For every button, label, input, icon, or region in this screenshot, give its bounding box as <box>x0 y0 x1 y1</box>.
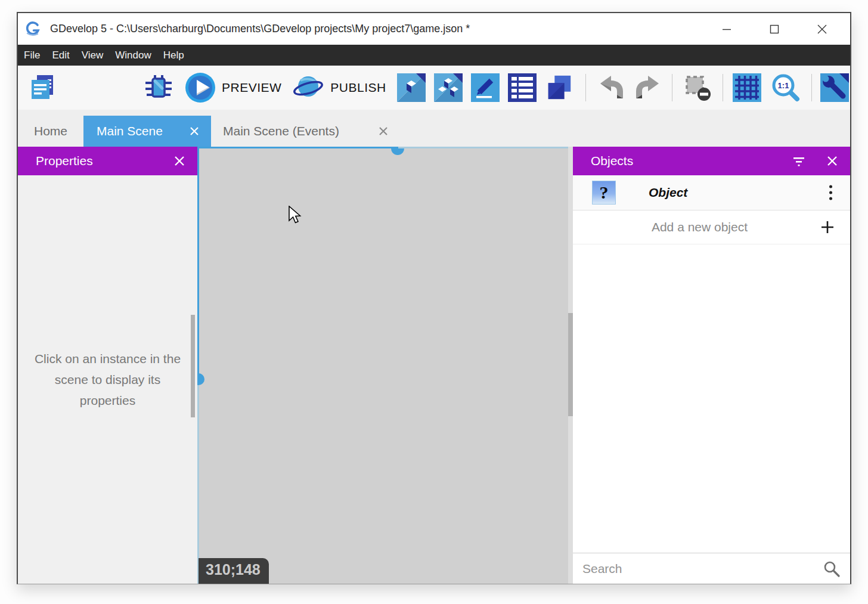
mouse-cursor-icon <box>288 206 302 225</box>
tab-close-icon[interactable] <box>190 126 199 136</box>
zoom-original-button[interactable]: 1:1 <box>770 73 802 103</box>
wrench-icon <box>820 73 849 102</box>
close-panel-icon[interactable] <box>826 155 838 167</box>
debug-button[interactable] <box>144 73 173 103</box>
toolbar-separator <box>723 74 723 101</box>
minimize-button[interactable] <box>708 13 745 45</box>
toggle-grid-button[interactable] <box>733 73 761 103</box>
window-controls <box>708 13 841 45</box>
gdevelop-logo-icon <box>25 21 42 38</box>
properties-empty-message: Click on an instance in the scene to dis… <box>31 348 185 411</box>
tab-main-scene-events[interactable]: Main Scene (Events) <box>211 116 398 147</box>
question-mark-icon: ? <box>592 181 616 205</box>
undo-button[interactable] <box>597 73 625 103</box>
properties-body: Click on an instance in the scene to dis… <box>18 175 197 584</box>
maximize-button[interactable] <box>756 13 793 45</box>
scene-setup-button[interactable] <box>820 73 849 103</box>
toggle-mask-button[interactable] <box>682 73 713 103</box>
menu-file[interactable]: File <box>18 45 46 66</box>
redo-icon <box>634 73 662 102</box>
toolbar-separator <box>811 74 812 101</box>
project-manager-button[interactable] <box>27 73 58 103</box>
title-bar: GDevelop 5 - C:\Users\charburg\Documents… <box>18 13 850 45</box>
objects-header: Objects <box>573 147 850 175</box>
tab-main-scene[interactable]: Main Scene <box>83 116 211 147</box>
mask-icon <box>683 73 712 103</box>
menu-bar: File Edit View Window Help <box>18 45 850 66</box>
add-object-label: Add a new object <box>652 220 748 234</box>
menu-window[interactable]: Window <box>109 45 157 66</box>
objects-title: Objects <box>591 154 633 168</box>
main-area: Properties Click on an instance in the s… <box>18 147 850 584</box>
canvas-scrollbar-thumb[interactable] <box>568 313 573 416</box>
tab-close-icon[interactable] <box>379 126 388 136</box>
publish-button[interactable]: PUBLISH <box>292 72 386 103</box>
layers-icon <box>545 73 574 103</box>
close-button[interactable] <box>804 13 841 45</box>
publish-label: PUBLISH <box>330 80 386 95</box>
object-list-item[interactable]: ? Object <box>573 175 850 210</box>
menu-view[interactable]: View <box>76 45 110 66</box>
object-name: Object <box>649 185 687 200</box>
cursor-coordinates-badge: 310;148 <box>199 558 269 584</box>
menu-edit[interactable]: Edit <box>46 45 75 66</box>
zoom-1-1-icon: 1:1 <box>770 72 802 104</box>
search-icon[interactable] <box>823 560 841 578</box>
open-objects-button[interactable] <box>434 73 463 103</box>
objects-list-empty-space <box>573 244 850 553</box>
edit-scene-properties-button[interactable] <box>397 73 426 103</box>
close-panel-icon[interactable] <box>173 155 185 167</box>
objects-panel: Objects ? Object Add a new object <box>573 147 850 584</box>
canvas-left-resize-handle[interactable] <box>197 147 199 584</box>
grid-icon <box>733 73 761 102</box>
canvas-top-resize-handle[interactable] <box>199 147 568 148</box>
debug-icon <box>144 73 173 102</box>
scene-cube-icon <box>397 73 426 102</box>
preview-label: PREVIEW <box>222 80 281 95</box>
objects-cubes-icon <box>434 73 463 102</box>
plus-icon[interactable] <box>820 220 835 234</box>
preview-button[interactable]: PREVIEW <box>185 72 281 103</box>
properties-title: Properties <box>36 154 93 168</box>
tab-home[interactable]: Home <box>18 116 83 147</box>
menu-help[interactable]: Help <box>157 45 190 66</box>
globe-icon <box>292 72 324 103</box>
layers-button[interactable] <box>545 73 574 103</box>
window-title: GDevelop 5 - C:\Users\charburg\Documents… <box>50 23 470 35</box>
canvas-top-handle-dot[interactable] <box>391 148 404 155</box>
objects-search-bar <box>573 553 850 584</box>
play-icon <box>185 72 216 103</box>
add-object-row[interactable]: Add a new object <box>573 210 850 244</box>
gdevelop-window: GDevelop 5 - C:\Users\charburg\Documents… <box>17 12 851 584</box>
svg-text:1:1: 1:1 <box>777 81 789 90</box>
events-list-icon <box>508 73 537 102</box>
project-manager-icon <box>28 73 58 103</box>
undo-icon <box>597 73 625 102</box>
search-input[interactable] <box>582 562 823 576</box>
edit-scene-button[interactable] <box>471 73 500 103</box>
object-menu-kebab-icon[interactable] <box>829 185 832 200</box>
scene-canvas[interactable]: 310;148 <box>197 147 573 584</box>
toolbar: PREVIEW PUBLISH <box>18 66 850 110</box>
filter-icon[interactable] <box>792 154 806 168</box>
toolbar-separator <box>672 74 672 101</box>
redo-button[interactable] <box>634 73 662 103</box>
properties-header: Properties <box>18 147 197 175</box>
properties-scrollbar[interactable] <box>191 315 195 417</box>
canvas-left-handle-dot[interactable] <box>197 373 204 385</box>
properties-panel: Properties Click on an instance in the s… <box>18 147 197 584</box>
pencil-icon <box>471 73 500 102</box>
toolbar-separator <box>585 74 586 101</box>
edit-events-button[interactable] <box>508 73 537 103</box>
tab-bar: Home Main Scene Main Scene (Events) <box>18 110 850 147</box>
